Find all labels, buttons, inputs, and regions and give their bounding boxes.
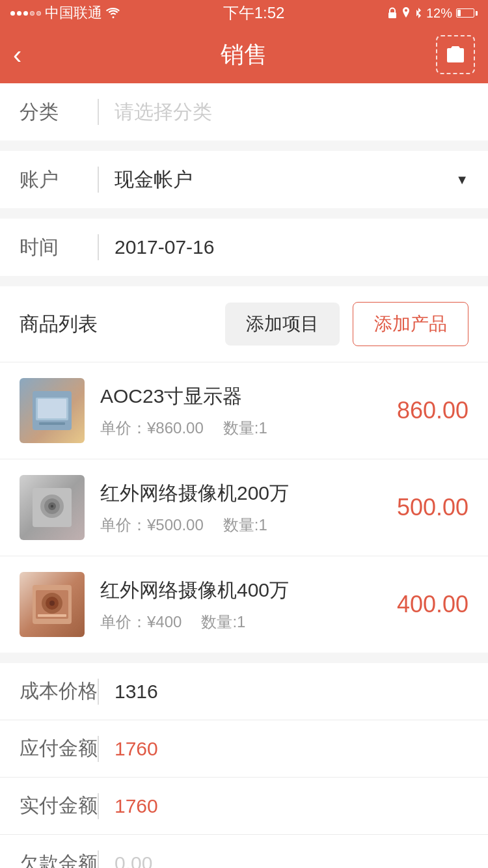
account-label: 账户 [20, 167, 98, 193]
product-list-label: 商品列表 [20, 311, 212, 338]
account-section: 账户 现金帐户 ▼ [0, 151, 488, 208]
debt-label: 欠款金额 [20, 850, 98, 869]
status-right: 12% [387, 6, 478, 21]
svg-rect-4 [38, 399, 66, 418]
svg-rect-15 [38, 614, 66, 617]
debt-divider [98, 850, 99, 868]
product-meta: 单价：¥860.00 数量:1 [100, 418, 397, 439]
category-label: 分类 [20, 99, 98, 126]
debt-row: 欠款金额 0.00 [0, 835, 488, 868]
battery-percent: 12% [426, 6, 452, 21]
debt-value: 0.00 [115, 852, 152, 868]
product-info: AOC23寸显示器 单价：¥860.00 数量:1 [100, 383, 397, 439]
date-value: 2017-07-16 [115, 236, 468, 258]
battery-icon [456, 8, 478, 18]
product-name: 红外网络摄像机400万 [100, 577, 397, 604]
product-name: AOC23寸显示器 [100, 383, 397, 410]
product-image-placeholder [33, 391, 72, 430]
account-value-text: 现金帐户 [115, 167, 193, 193]
camera-icon [445, 46, 466, 64]
payable-label: 应付金额 [20, 735, 98, 762]
back-button[interactable]: ‹ [13, 40, 21, 70]
date-label: 时间 [20, 234, 98, 261]
cost-label: 成本价格 [20, 678, 98, 705]
status-time: 下午1:52 [223, 3, 285, 23]
account-value: 现金帐户 ▼ [115, 167, 468, 193]
actual-row: 实付金额 1760 [0, 778, 488, 835]
payable-divider [98, 736, 99, 762]
status-left: 中国联通 [10, 3, 120, 23]
svg-point-9 [51, 505, 53, 508]
product-image-placeholder [33, 585, 72, 624]
actual-label: 实付金额 [20, 793, 98, 819]
product-item[interactable]: 红外网络摄像机200万 单价：¥500.00 数量:1 500.00 [0, 459, 488, 556]
bluetooth-icon [414, 7, 422, 19]
product-image-placeholder [33, 488, 72, 527]
product-info: 红外网络摄像机400万 单价：¥400 数量:1 [100, 577, 397, 632]
cost-value: 1316 [115, 681, 158, 703]
product-item[interactable]: 红外网络摄像机400万 单价：¥400 数量:1 400.00 [0, 556, 488, 653]
payable-value: 1760 [115, 738, 158, 760]
add-item-button[interactable]: 添加项目 [225, 303, 340, 346]
product-name: 红外网络摄像机200万 [100, 480, 397, 507]
product-thumbnail [20, 572, 85, 637]
product-total-price: 400.00 [397, 591, 468, 618]
product-header: 商品列表 添加项目 添加产品 [0, 286, 488, 362]
product-quantity: 数量:1 [201, 612, 245, 632]
product-section: 商品列表 添加项目 添加产品 AOC23寸显示器 单价：¥860.00 数量:1… [0, 286, 488, 653]
add-product-button[interactable]: 添加产品 [353, 302, 468, 346]
svg-rect-0 [388, 12, 396, 18]
lock-icon [387, 7, 398, 19]
wifi-icon [106, 7, 120, 19]
product-thumbnail [20, 378, 85, 443]
product-unit-price: 单价：¥500.00 [100, 515, 204, 536]
category-divider [98, 99, 99, 125]
svg-point-14 [49, 601, 55, 606]
status-bar: 中国联通 下午1:52 12% [0, 0, 488, 26]
svg-rect-3 [39, 422, 65, 425]
dropdown-arrow-icon: ▼ [455, 172, 468, 187]
cost-row: 成本价格 1316 [0, 663, 488, 720]
cost-divider [98, 679, 99, 705]
date-divider [98, 234, 99, 260]
product-total-price: 500.00 [397, 494, 468, 521]
product-unit-price: 单价：¥400 [100, 612, 182, 632]
summary-section: 成本价格 1316 应付金额 1760 实付金额 1760 欠款金额 0.00 [0, 663, 488, 868]
nav-bar: ‹ 销售 [0, 26, 488, 83]
actual-divider [98, 793, 99, 819]
product-meta: 单价：¥400 数量:1 [100, 612, 397, 632]
category-row[interactable]: 分类 请选择分类 [0, 83, 488, 141]
camera-button[interactable] [436, 35, 475, 74]
account-divider [98, 167, 99, 193]
product-meta: 单价：¥500.00 数量:1 [100, 515, 397, 536]
product-quantity: 数量:1 [223, 515, 267, 536]
product-total-price: 860.00 [397, 397, 468, 424]
carrier-label: 中国联通 [45, 3, 102, 23]
product-quantity: 数量:1 [223, 418, 267, 439]
date-row[interactable]: 时间 2017-07-16 [0, 219, 488, 276]
date-section: 时间 2017-07-16 [0, 219, 488, 276]
category-value: 请选择分类 [115, 99, 468, 126]
product-info: 红外网络摄像机200万 单价：¥500.00 数量:1 [100, 480, 397, 536]
account-row[interactable]: 账户 现金帐户 ▼ [0, 151, 488, 208]
actual-value: 1760 [115, 795, 158, 817]
category-section: 分类 请选择分类 [0, 83, 488, 141]
signal-dots [10, 11, 41, 16]
product-item[interactable]: AOC23寸显示器 单价：¥860.00 数量:1 860.00 [0, 362, 488, 459]
page-title: 销售 [221, 39, 267, 71]
product-unit-price: 单价：¥860.00 [100, 418, 204, 439]
product-thumbnail [20, 475, 85, 540]
payable-row: 应付金额 1760 [0, 720, 488, 778]
location-icon [401, 7, 411, 19]
